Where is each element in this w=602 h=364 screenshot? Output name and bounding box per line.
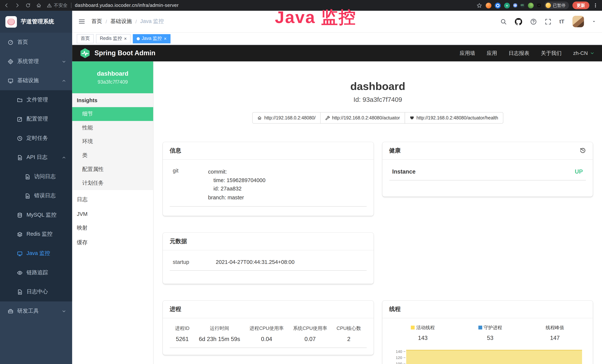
info-card: 信息 git commit: time: 1596289704000 id: 2 — [163, 142, 373, 216]
security-indicator[interactable]: 不安全 — [47, 2, 68, 9]
locale-selector[interactable]: zh-CN — [573, 50, 594, 56]
profile-avatar-icon — [546, 3, 551, 8]
forward-icon[interactable] — [15, 3, 20, 8]
sidebar-item-infrastructure[interactable]: 基础设施 — [0, 71, 72, 90]
threads-card: 线程 活动线程 1 — [382, 300, 593, 364]
process-cpu: 进程CPU使用率 0.04 — [249, 325, 284, 342]
divider — [71, 3, 71, 8]
history-icon[interactable] — [580, 147, 586, 153]
instance-actuator-link[interactable]: http://192.168.0.2:48080/actuator — [320, 112, 405, 124]
sba-nav-applications[interactable]: 应用 — [487, 50, 497, 57]
close-icon[interactable]: × — [164, 36, 167, 41]
drop-extension-icon[interactable] — [495, 2, 501, 8]
threads-card-header: 线程 — [382, 300, 593, 318]
clock-icon — [17, 135, 23, 141]
threads-legend: 活动线程 143 守护进程 — [389, 321, 586, 342]
sba-item-beans[interactable]: 类 — [72, 149, 153, 162]
sidebar-item-tracing[interactable]: 链路追踪 — [0, 263, 72, 282]
sidebar-item-system-management[interactable]: 系统管理 — [0, 52, 72, 71]
sba-item-environment[interactable]: 环境 — [72, 135, 153, 149]
avatar[interactable] — [572, 16, 584, 27]
leaf-extension-icon[interactable] — [528, 2, 534, 8]
sba-item-jvm[interactable]: JVM — [72, 207, 153, 221]
address-bar[interactable]: dashboard.yudao.iocoder.cn/infra/admin-s… — [75, 3, 179, 8]
tab-java-monitor[interactable]: Java 监控 × — [133, 34, 170, 43]
breadcrumb-java-monitor: Java 监控 — [140, 18, 164, 25]
dashboard-icon — [8, 39, 13, 45]
screenshot-root: 不安全 dashboard.yudao.iocoder.cn/infra/adm… — [0, 0, 602, 364]
layers-icon — [17, 231, 23, 237]
yellow-legend-swatch — [411, 326, 415, 330]
gear-icon — [8, 59, 13, 64]
sidebar-item-error-logs[interactable]: 错误日志 — [0, 186, 72, 205]
app-logo-row[interactable]: 芋道管理系统 — [0, 11, 72, 33]
sba-brand[interactable]: Spring Boot Admin — [80, 48, 155, 59]
sba-item-scheduled-tasks[interactable]: 计划任务 — [72, 176, 153, 190]
sidebar-item-redis-monitor[interactable]: Redis 监控 — [0, 225, 72, 244]
security-label: 不安全 — [54, 2, 68, 9]
profile-sync-paused-chip[interactable]: 已暂停 — [544, 1, 569, 9]
sba-nav-journal[interactable]: 日志报表 — [509, 50, 529, 57]
grid-extension-icon[interactable] — [513, 3, 517, 7]
switch-on-extension-icon[interactable] — [521, 3, 525, 7]
breadcrumb-infrastructure[interactable]: 基础设施 — [110, 18, 132, 25]
health-instance-row: Instance UP — [389, 162, 586, 180]
sidebar-item-file-management[interactable]: 文件管理 — [0, 90, 72, 110]
close-icon[interactable]: × — [124, 36, 127, 41]
info-card-header: 信息 — [163, 142, 373, 160]
bookmark-star-icon[interactable] — [476, 2, 482, 8]
legend-daemon-threads: 守护进程 53 — [478, 324, 502, 341]
java-monitor-icon — [17, 250, 23, 256]
app-frame: 芋道管理系统 首页 系统管理 基础设施 文件管理 — [0, 11, 602, 364]
chart-y-axis: 140 120 100 — [389, 348, 406, 364]
sidebar-item-scheduled-jobs[interactable]: 定时任务 — [0, 129, 72, 148]
sidebar-item-dev-tools[interactable]: 研发工具 — [0, 301, 72, 321]
github-icon[interactable] — [515, 18, 522, 25]
breadcrumb-separator: / — [135, 19, 137, 24]
help-icon[interactable] — [530, 18, 537, 25]
tab-redis-monitor[interactable]: Redis 监控 × — [96, 34, 130, 43]
chrome-update-button[interactable]: 更新 — [572, 1, 589, 9]
process-metrics-row: 进程ID 5261 运行时间 6d 23h 15m 59s — [170, 321, 366, 348]
fullscreen-icon[interactable] — [545, 18, 551, 25]
sba-item-details[interactable]: 细节 — [72, 107, 153, 121]
sidebar-item-mysql-monitor[interactable]: MySQL 监控 — [0, 205, 72, 225]
sidebar-item-config-management[interactable]: 配置管理 — [0, 109, 72, 129]
sidebar-item-home[interactable]: 首页 — [0, 33, 72, 52]
back-icon[interactable] — [4, 3, 9, 8]
sidebar-item-api-logs[interactable]: API 日志 — [0, 148, 72, 167]
home-icon[interactable] — [36, 3, 42, 8]
refresh-icon[interactable] — [25, 3, 31, 8]
search-icon[interactable] — [500, 18, 507, 25]
vue-devtools-extension-icon[interactable] — [504, 2, 510, 8]
threads-card-body: 活动线程 143 守护进程 — [382, 318, 593, 364]
threads-chart: 140 120 100 — [389, 348, 586, 364]
breadcrumb-home[interactable]: 首页 — [91, 18, 102, 25]
sba-instance-header[interactable]: dashboard 93a3fc7f7409 — [72, 61, 153, 93]
sba-item-logs[interactable]: 日志 — [72, 192, 153, 207]
browser-menu-icon[interactable] — [593, 3, 598, 8]
sidebar-item-access-logs[interactable]: 访问日志 — [0, 167, 72, 186]
font-size-icon[interactable] — [559, 18, 564, 24]
sidebar-item-log-center[interactable]: 日志中心 — [0, 282, 72, 301]
browser-nav-buttons — [4, 3, 42, 8]
sba-item-config-props[interactable]: 配置属性 — [72, 162, 153, 176]
sidebar-item-java-monitor[interactable]: Java 监控 — [0, 244, 72, 263]
sba-nav-about[interactable]: 关于我们 — [541, 50, 562, 57]
fox-extension-icon[interactable] — [486, 2, 492, 8]
git-commit-details: commit: time: 1596289704000 id: 27aa832 … — [208, 167, 265, 202]
breadcrumb-separator: / — [106, 19, 107, 24]
sba-item-caches[interactable]: 缓存 — [72, 235, 153, 250]
sba-item-mappings[interactable]: 映射 — [72, 221, 153, 236]
instance-home-link[interactable]: http://192.168.0.2:48080/ — [252, 112, 320, 124]
paw-extension-icon[interactable] — [537, 3, 541, 7]
caret-down-icon[interactable] — [592, 20, 596, 23]
hamburger-icon[interactable] — [78, 18, 85, 25]
sba-item-metrics[interactable]: 性能 — [72, 121, 153, 135]
tab-home[interactable]: 首页 — [77, 34, 94, 43]
document-icon — [25, 193, 30, 199]
sba-nav-wallboard[interactable]: 应用墙 — [460, 50, 475, 57]
eye-icon — [17, 270, 23, 276]
document-icon — [17, 289, 23, 295]
instance-health-link[interactable]: http://192.168.0.2:48080/actuator/health — [405, 112, 503, 124]
